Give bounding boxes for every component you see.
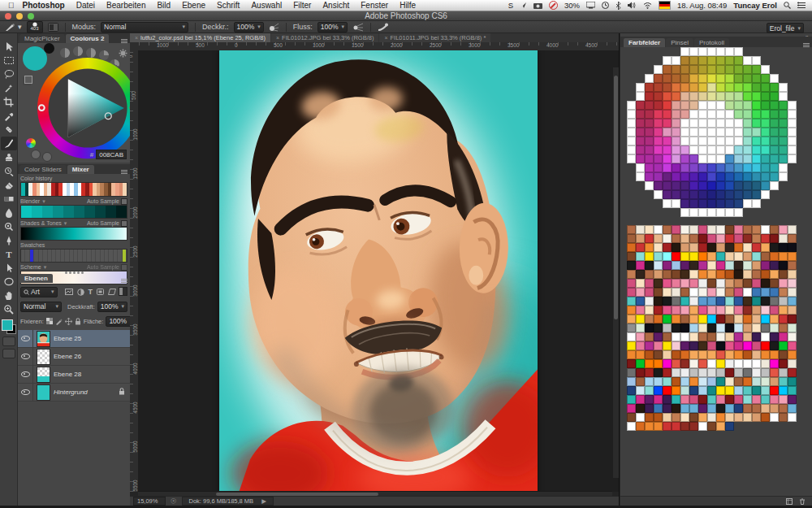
layer-name[interactable]: Hintergrund: [54, 389, 88, 396]
layer-filter-select[interactable]: Art▾: [20, 287, 58, 297]
swatch-cell[interactable]: [779, 74, 788, 83]
swatch-cell[interactable]: [672, 243, 680, 252]
foreground-background-swatches[interactable]: [2, 319, 16, 334]
swatch-cell[interactable]: [680, 172, 689, 181]
swatch-cell[interactable]: [716, 119, 725, 128]
swatch-cell[interactable]: [734, 306, 743, 315]
swatch-cell[interactable]: [770, 65, 779, 74]
swatch-cell[interactable]: [743, 110, 752, 119]
swatch-cell[interactable]: [698, 181, 707, 190]
swatch-cell[interactable]: [752, 297, 761, 306]
menu-schrift[interactable]: Schrift: [217, 1, 240, 10]
layer-visibility-toggle[interactable]: [18, 366, 33, 383]
swatch-cell[interactable]: [752, 47, 761, 56]
swatch-cell[interactable]: [663, 199, 672, 208]
swatch-cell[interactable]: [672, 315, 680, 323]
swatch-cell[interactable]: [627, 261, 636, 270]
quick-mask-button[interactable]: [2, 336, 15, 346]
swatch-cell[interactable]: [680, 261, 689, 270]
swatch-cell[interactable]: [734, 323, 743, 332]
swatch-cell[interactable]: [779, 306, 788, 315]
swatch-cell[interactable]: [645, 225, 654, 234]
swatch-cell[interactable]: [636, 404, 645, 413]
tab-farbfelder[interactable]: Farbfelder: [624, 38, 665, 47]
swatch-cell[interactable]: [627, 128, 636, 137]
swatch-cell[interactable]: [707, 252, 716, 261]
swatch-cell[interactable]: [770, 261, 779, 270]
swatch-cell[interactable]: [770, 92, 779, 101]
swatch-cell[interactable]: [779, 279, 788, 288]
swatch-cell[interactable]: [725, 297, 734, 306]
swatch-cell[interactable]: [752, 172, 761, 181]
swatch-cell[interactable]: [725, 413, 734, 422]
swatch-cell[interactable]: [743, 261, 752, 270]
swatch-cell[interactable]: [680, 128, 689, 137]
swatch-cell[interactable]: [627, 234, 636, 243]
swatch-cell[interactable]: [672, 190, 680, 199]
swatch-cell[interactable]: [627, 119, 636, 128]
eyedropper-tool[interactable]: [1, 109, 17, 123]
swatch-cell[interactable]: [654, 422, 663, 431]
swatch-cell[interactable]: [770, 306, 779, 315]
swatch-cell[interactable]: [689, 243, 698, 252]
swatch-cell[interactable]: [770, 297, 779, 306]
swatch-cell[interactable]: [689, 145, 698, 154]
swatch-cell[interactable]: [627, 56, 636, 65]
swatch-cell[interactable]: [654, 56, 663, 65]
swatch-cell[interactable]: [663, 208, 672, 217]
swatch-cell[interactable]: [716, 261, 725, 270]
menu-datei[interactable]: Datei: [76, 1, 95, 10]
swatch-library-grid[interactable]: [627, 225, 797, 431]
swatch-cell[interactable]: [689, 172, 698, 181]
swatch-cell[interactable]: [770, 270, 779, 279]
swatch-cell[interactable]: [636, 386, 645, 395]
swatch-cell[interactable]: [663, 261, 672, 270]
swatch-cell[interactable]: [663, 341, 672, 350]
swatch-cell[interactable]: [761, 252, 770, 261]
swatch-cell[interactable]: [663, 181, 672, 190]
swatch-cell[interactable]: [779, 56, 788, 65]
vertical-scrollbar[interactable]: [613, 67, 619, 478]
swatch-cell[interactable]: [752, 74, 761, 83]
swatch-cell[interactable]: [680, 74, 689, 83]
swatch-cell[interactable]: [663, 154, 672, 163]
swatch-cell[interactable]: [707, 270, 716, 279]
canvas-viewport[interactable]: [138, 50, 619, 492]
swatch-cell[interactable]: [743, 243, 752, 252]
swatch-cell[interactable]: [743, 181, 752, 190]
swatch-cell[interactable]: [698, 413, 707, 422]
swatch-cell[interactable]: [672, 199, 680, 208]
swatch-cell[interactable]: [752, 395, 761, 404]
swatch-cell[interactable]: [716, 395, 725, 404]
swatch-cell[interactable]: [698, 128, 707, 137]
hand-tool[interactable]: [1, 289, 17, 302]
swatch-cell[interactable]: [725, 47, 734, 56]
swatch-cell[interactable]: [770, 288, 779, 297]
layer-visibility-toggle[interactable]: [18, 384, 33, 401]
swatch-cell[interactable]: [707, 65, 716, 74]
swatch-cell[interactable]: [770, 359, 779, 368]
swatch-cell[interactable]: [752, 341, 761, 350]
swatch-cell[interactable]: [654, 128, 663, 137]
screen-mode-button[interactable]: [2, 349, 15, 358]
swatch-cell[interactable]: [743, 297, 752, 306]
swatch-cell[interactable]: [779, 288, 788, 297]
swatch-cell[interactable]: [743, 359, 752, 368]
swatch-cell[interactable]: [680, 386, 689, 395]
swatch-cell[interactable]: [734, 243, 743, 252]
swatch-cell[interactable]: [689, 261, 698, 270]
swatch-cell[interactable]: [761, 386, 770, 395]
swatch-cell[interactable]: [788, 101, 797, 110]
swatch-cell[interactable]: [663, 377, 672, 386]
wheel-marker[interactable]: [38, 104, 45, 111]
swatch-cell[interactable]: [636, 225, 645, 234]
swatch-cell[interactable]: [725, 279, 734, 288]
swatch-cell[interactable]: [770, 377, 779, 386]
swatch-cell[interactable]: [770, 163, 779, 172]
swatch-cell[interactable]: [743, 323, 752, 332]
swatch-cell[interactable]: [707, 234, 716, 243]
swatch-cell[interactable]: [716, 234, 725, 243]
swatch-cell[interactable]: [788, 199, 797, 208]
swatch-cell[interactable]: [707, 288, 716, 297]
swatch-cell[interactable]: [680, 83, 689, 92]
